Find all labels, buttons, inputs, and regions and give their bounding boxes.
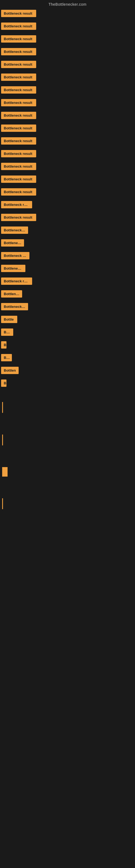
- bar-row: Bottleneck r: [0, 264, 135, 276]
- bottom-indicator-3: [2, 467, 8, 476]
- bar-row: Bottleneck result: [0, 175, 135, 187]
- bar-row: B: [0, 378, 135, 391]
- bar-row: Bottleneck result: [0, 149, 135, 161]
- bottom-section: [0, 391, 135, 536]
- bottleneck-bar-0: Bottleneck result: [1, 10, 36, 17]
- bottleneck-bar-26: B: [1, 341, 6, 348]
- bar-row: Bottleneck result: [0, 187, 135, 199]
- bars-container: Bottleneck resultBottleneck resultBottle…: [0, 9, 135, 391]
- bar-row: Bottleneck res: [0, 251, 135, 263]
- bar-row: Bottleneck resu: [0, 200, 135, 212]
- bar-row: Bottleneck result: [0, 72, 135, 85]
- bar-row: Bottle: [0, 315, 135, 327]
- bottleneck-bar-10: Bottleneck result: [1, 137, 36, 145]
- bottleneck-bar-1: Bottleneck result: [1, 23, 36, 30]
- bottleneck-bar-21: Bottleneck resu: [1, 278, 32, 285]
- bar-row: Bottleneck result: [0, 162, 135, 174]
- bar-row: Bottleneck result: [0, 60, 135, 72]
- bottleneck-bar-6: Bottleneck result: [1, 86, 36, 94]
- bottleneck-bar-18: Bottleneck: [1, 239, 24, 247]
- bar-row: Bottleneck result: [0, 9, 135, 21]
- bar-row: Bottlen: [0, 366, 135, 378]
- bottleneck-bar-17: Bottleneck re: [1, 226, 28, 234]
- bottleneck-bar-15: Bottleneck resu: [1, 201, 32, 208]
- bottleneck-bar-23: Bottleneck re: [1, 303, 28, 310]
- bar-row: Bottlenec: [0, 289, 135, 301]
- bottleneck-bar-29: B: [1, 379, 6, 387]
- bottleneck-bar-24: Bottle: [1, 316, 17, 323]
- bottleneck-bar-12: Bottleneck result: [1, 163, 36, 170]
- bar-row: Bottleneck result: [0, 22, 135, 34]
- site-title: TheBottlenecker.com: [0, 0, 135, 9]
- bottleneck-bar-16: Bottleneck result: [1, 214, 36, 221]
- bar-row: Bottleneck result: [0, 136, 135, 148]
- bar-row: Bottleneck result: [0, 213, 135, 225]
- bar-row: Bottleneck resu: [0, 276, 135, 289]
- bar-row: Bottleneck re: [0, 302, 135, 314]
- bottleneck-bar-14: Bottleneck result: [1, 188, 36, 195]
- bottleneck-bar-7: Bottleneck result: [1, 99, 36, 106]
- bottleneck-bar-2: Bottleneck result: [1, 35, 36, 42]
- bar-row: Bottleneck result: [0, 34, 135, 46]
- bar-row: Bottleneck result: [0, 98, 135, 110]
- bar-row: B: [0, 340, 135, 352]
- bottleneck-bar-11: Bottleneck result: [1, 150, 36, 157]
- bottleneck-bar-8: Bottleneck result: [1, 112, 36, 119]
- bottleneck-bar-4: Bottleneck result: [1, 61, 36, 68]
- bottleneck-bar-28: Bottlen: [1, 367, 18, 374]
- bottleneck-bar-5: Bottleneck result: [1, 73, 36, 81]
- bottom-indicator-2: [2, 435, 3, 445]
- bar-row: Bottleneck result: [0, 47, 135, 59]
- bar-row: Bottleneck re: [0, 225, 135, 238]
- bottleneck-bar-27: Bott: [1, 354, 12, 361]
- bottleneck-bar-25: Bott: [1, 329, 13, 336]
- bottleneck-bar-19: Bottleneck res: [1, 252, 30, 259]
- bottleneck-bar-22: Bottlenec: [1, 290, 22, 298]
- bottom-indicator-4: [2, 498, 3, 509]
- bar-row: Bottleneck result: [0, 123, 135, 135]
- bottleneck-bar-9: Bottleneck result: [1, 124, 36, 132]
- bottleneck-bar-3: Bottleneck result: [1, 48, 36, 55]
- bottom-indicator-1: [2, 402, 3, 413]
- bar-row: Bott: [0, 328, 135, 340]
- bar-row: Bott: [0, 353, 135, 365]
- bar-row: Bottleneck result: [0, 111, 135, 123]
- bar-row: Bottleneck: [0, 238, 135, 250]
- bottleneck-bar-13: Bottleneck result: [1, 176, 36, 183]
- bottleneck-bar-20: Bottleneck r: [1, 265, 26, 272]
- bar-row: Bottleneck result: [0, 85, 135, 97]
